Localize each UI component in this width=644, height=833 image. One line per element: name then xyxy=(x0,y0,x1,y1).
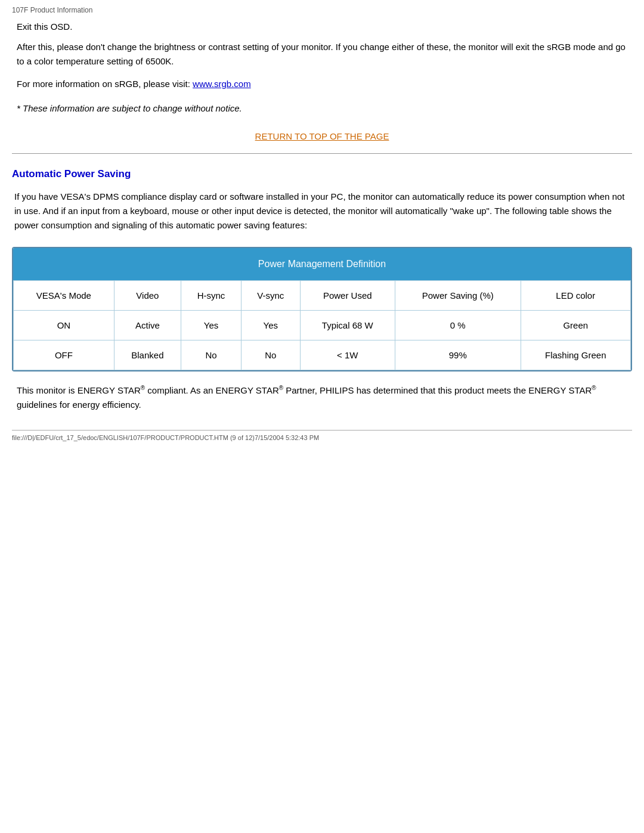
table-cell: No xyxy=(242,340,301,370)
col-header-led: LED color xyxy=(521,281,630,311)
table-cell: Blanked xyxy=(114,340,181,370)
col-header-video: Video xyxy=(114,281,181,311)
table-cell: No xyxy=(181,340,242,370)
table-cell: 99% xyxy=(395,340,521,370)
energy-star-text-4: guidelines for energy efficiency. xyxy=(17,400,141,410)
energy-star-text-1: This monitor is ENERGY STAR xyxy=(17,385,141,395)
section-title: Automatic Power Saving xyxy=(12,168,632,180)
srgb-notice-text: After this, please don't change the brig… xyxy=(17,40,632,69)
table-title: Power Management Definition xyxy=(13,248,631,280)
srgb-link-paragraph: For more information on sRGB, please vis… xyxy=(17,77,632,91)
table-cell: OFF xyxy=(14,340,114,370)
col-header-vesa: VESA's Mode xyxy=(14,281,114,311)
table-cell: Active xyxy=(114,311,181,340)
table-cell: Yes xyxy=(242,311,301,340)
return-link-container: RETURN TO TOP OF THE PAGE xyxy=(12,131,632,141)
energy-star-text: This monitor is ENERGY STAR® compliant. … xyxy=(17,383,627,412)
return-to-top-link[interactable]: RETURN TO TOP OF THE PAGE xyxy=(255,131,389,141)
power-management-table: VESA's Mode Video H-sync V-sync Power Us… xyxy=(13,280,631,370)
table-cell: 0 % xyxy=(395,311,521,340)
table-header-row: VESA's Mode Video H-sync V-sync Power Us… xyxy=(14,281,631,311)
energy-star-text-2: compliant. As an ENERGY STAR xyxy=(145,385,279,395)
footer-bar: file:///D|/EDFU/crt_17_5/edoc/ENGLISH/10… xyxy=(12,430,632,441)
table-cell: < 1W xyxy=(300,340,395,370)
notice-italic-text: * These information are subject to chang… xyxy=(17,103,632,113)
col-header-power-used: Power Used xyxy=(300,281,395,311)
registered-mark-3: ® xyxy=(592,385,596,391)
col-header-hsync: H-sync xyxy=(181,281,242,311)
section-divider xyxy=(12,153,632,154)
table-cell: Flashing Green xyxy=(521,340,630,370)
table-wrapper: Power Management Definition VESA's Mode … xyxy=(12,247,632,371)
table-cell: Green xyxy=(521,311,630,340)
breadcrumb: 107F Product Information xyxy=(12,6,632,14)
col-header-power-saving: Power Saving (%) xyxy=(395,281,521,311)
srgb-url-link[interactable]: www.srgb.com xyxy=(193,79,251,89)
table-row: OFFBlankedNoNo< 1W99%Flashing Green xyxy=(14,340,631,370)
registered-mark-2: ® xyxy=(279,385,283,391)
intro-text: If you have VESA's DPMS compliance displ… xyxy=(14,190,632,233)
col-header-vsync: V-sync xyxy=(242,281,301,311)
exit-osd-text: Exit this OSD. xyxy=(17,21,632,32)
table-row: ONActiveYesYesTypical 68 W0 %Green xyxy=(14,311,631,340)
energy-star-text-3: Partner, PHILIPS has determined that thi… xyxy=(283,385,592,395)
srgb-link-prefix: For more information on sRGB, please vis… xyxy=(17,79,193,89)
table-cell: Typical 68 W xyxy=(300,311,395,340)
table-cell: ON xyxy=(14,311,114,340)
table-cell: Yes xyxy=(181,311,242,340)
